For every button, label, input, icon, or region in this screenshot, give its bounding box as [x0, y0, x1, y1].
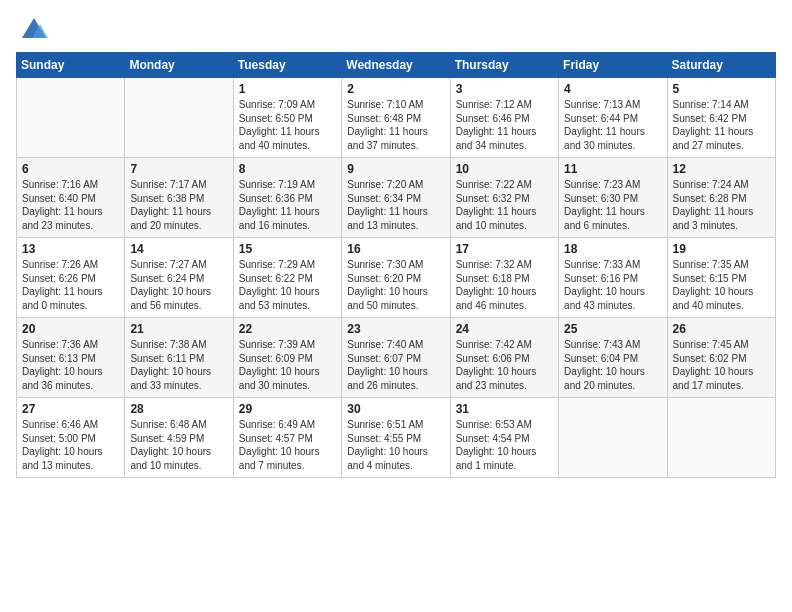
day-info: Sunrise: 7:19 AMSunset: 6:36 PMDaylight:…: [239, 178, 336, 232]
calendar-cell: [559, 398, 667, 478]
day-info: Sunrise: 7:27 AMSunset: 6:24 PMDaylight:…: [130, 258, 227, 312]
day-number: 11: [564, 162, 661, 176]
day-number: 3: [456, 82, 553, 96]
day-info: Sunrise: 7:17 AMSunset: 6:38 PMDaylight:…: [130, 178, 227, 232]
day-number: 31: [456, 402, 553, 416]
weekday-row: SundayMondayTuesdayWednesdayThursdayFrid…: [17, 53, 776, 78]
day-number: 6: [22, 162, 119, 176]
day-number: 9: [347, 162, 444, 176]
day-info: Sunrise: 7:38 AMSunset: 6:11 PMDaylight:…: [130, 338, 227, 392]
calendar-week-row: 20Sunrise: 7:36 AMSunset: 6:13 PMDayligh…: [17, 318, 776, 398]
calendar-cell: 27Sunrise: 6:46 AMSunset: 5:00 PMDayligh…: [17, 398, 125, 478]
calendar-week-row: 27Sunrise: 6:46 AMSunset: 5:00 PMDayligh…: [17, 398, 776, 478]
calendar-cell: 16Sunrise: 7:30 AMSunset: 6:20 PMDayligh…: [342, 238, 450, 318]
day-info: Sunrise: 7:24 AMSunset: 6:28 PMDaylight:…: [673, 178, 770, 232]
calendar-cell: 22Sunrise: 7:39 AMSunset: 6:09 PMDayligh…: [233, 318, 341, 398]
day-info: Sunrise: 6:53 AMSunset: 4:54 PMDaylight:…: [456, 418, 553, 472]
day-number: 30: [347, 402, 444, 416]
day-info: Sunrise: 7:43 AMSunset: 6:04 PMDaylight:…: [564, 338, 661, 392]
page-header: [16, 16, 776, 44]
calendar-cell: 4Sunrise: 7:13 AMSunset: 6:44 PMDaylight…: [559, 78, 667, 158]
calendar-cell: 30Sunrise: 6:51 AMSunset: 4:55 PMDayligh…: [342, 398, 450, 478]
calendar-header: SundayMondayTuesdayWednesdayThursdayFrid…: [17, 53, 776, 78]
day-number: 2: [347, 82, 444, 96]
calendar-body: 1Sunrise: 7:09 AMSunset: 6:50 PMDaylight…: [17, 78, 776, 478]
day-number: 22: [239, 322, 336, 336]
calendar-cell: 31Sunrise: 6:53 AMSunset: 4:54 PMDayligh…: [450, 398, 558, 478]
day-info: Sunrise: 7:23 AMSunset: 6:30 PMDaylight:…: [564, 178, 661, 232]
calendar-cell: [17, 78, 125, 158]
calendar-cell: 26Sunrise: 7:45 AMSunset: 6:02 PMDayligh…: [667, 318, 775, 398]
day-number: 19: [673, 242, 770, 256]
day-info: Sunrise: 6:46 AMSunset: 5:00 PMDaylight:…: [22, 418, 119, 472]
calendar-cell: 25Sunrise: 7:43 AMSunset: 6:04 PMDayligh…: [559, 318, 667, 398]
day-info: Sunrise: 7:10 AMSunset: 6:48 PMDaylight:…: [347, 98, 444, 152]
day-info: Sunrise: 7:45 AMSunset: 6:02 PMDaylight:…: [673, 338, 770, 392]
calendar-cell: 8Sunrise: 7:19 AMSunset: 6:36 PMDaylight…: [233, 158, 341, 238]
day-number: 29: [239, 402, 336, 416]
day-number: 12: [673, 162, 770, 176]
calendar-cell: 17Sunrise: 7:32 AMSunset: 6:18 PMDayligh…: [450, 238, 558, 318]
day-info: Sunrise: 7:39 AMSunset: 6:09 PMDaylight:…: [239, 338, 336, 392]
day-number: 26: [673, 322, 770, 336]
day-info: Sunrise: 7:33 AMSunset: 6:16 PMDaylight:…: [564, 258, 661, 312]
day-info: Sunrise: 6:49 AMSunset: 4:57 PMDaylight:…: [239, 418, 336, 472]
weekday-header-monday: Monday: [125, 53, 233, 78]
day-info: Sunrise: 7:09 AMSunset: 6:50 PMDaylight:…: [239, 98, 336, 152]
calendar-cell: 1Sunrise: 7:09 AMSunset: 6:50 PMDaylight…: [233, 78, 341, 158]
day-number: 5: [673, 82, 770, 96]
day-number: 10: [456, 162, 553, 176]
calendar-cell: 14Sunrise: 7:27 AMSunset: 6:24 PMDayligh…: [125, 238, 233, 318]
weekday-header-saturday: Saturday: [667, 53, 775, 78]
day-info: Sunrise: 7:20 AMSunset: 6:34 PMDaylight:…: [347, 178, 444, 232]
day-info: Sunrise: 6:51 AMSunset: 4:55 PMDaylight:…: [347, 418, 444, 472]
calendar-cell: [667, 398, 775, 478]
weekday-header-wednesday: Wednesday: [342, 53, 450, 78]
calendar-cell: 13Sunrise: 7:26 AMSunset: 6:26 PMDayligh…: [17, 238, 125, 318]
day-number: 1: [239, 82, 336, 96]
day-info: Sunrise: 7:16 AMSunset: 6:40 PMDaylight:…: [22, 178, 119, 232]
calendar-week-row: 1Sunrise: 7:09 AMSunset: 6:50 PMDaylight…: [17, 78, 776, 158]
calendar-cell: 28Sunrise: 6:48 AMSunset: 4:59 PMDayligh…: [125, 398, 233, 478]
day-info: Sunrise: 6:48 AMSunset: 4:59 PMDaylight:…: [130, 418, 227, 472]
calendar-week-row: 6Sunrise: 7:16 AMSunset: 6:40 PMDaylight…: [17, 158, 776, 238]
day-number: 8: [239, 162, 336, 176]
calendar-cell: 29Sunrise: 6:49 AMSunset: 4:57 PMDayligh…: [233, 398, 341, 478]
calendar-cell: 24Sunrise: 7:42 AMSunset: 6:06 PMDayligh…: [450, 318, 558, 398]
day-info: Sunrise: 7:13 AMSunset: 6:44 PMDaylight:…: [564, 98, 661, 152]
day-info: Sunrise: 7:35 AMSunset: 6:15 PMDaylight:…: [673, 258, 770, 312]
day-number: 7: [130, 162, 227, 176]
calendar-cell: 7Sunrise: 7:17 AMSunset: 6:38 PMDaylight…: [125, 158, 233, 238]
day-info: Sunrise: 7:12 AMSunset: 6:46 PMDaylight:…: [456, 98, 553, 152]
calendar-cell: 15Sunrise: 7:29 AMSunset: 6:22 PMDayligh…: [233, 238, 341, 318]
weekday-header-tuesday: Tuesday: [233, 53, 341, 78]
weekday-header-sunday: Sunday: [17, 53, 125, 78]
calendar-cell: 5Sunrise: 7:14 AMSunset: 6:42 PMDaylight…: [667, 78, 775, 158]
day-number: 4: [564, 82, 661, 96]
day-info: Sunrise: 7:26 AMSunset: 6:26 PMDaylight:…: [22, 258, 119, 312]
day-number: 15: [239, 242, 336, 256]
day-number: 20: [22, 322, 119, 336]
day-number: 16: [347, 242, 444, 256]
day-number: 18: [564, 242, 661, 256]
calendar-cell: 6Sunrise: 7:16 AMSunset: 6:40 PMDaylight…: [17, 158, 125, 238]
day-number: 28: [130, 402, 227, 416]
day-number: 21: [130, 322, 227, 336]
calendar-cell: 19Sunrise: 7:35 AMSunset: 6:15 PMDayligh…: [667, 238, 775, 318]
day-info: Sunrise: 7:30 AMSunset: 6:20 PMDaylight:…: [347, 258, 444, 312]
calendar-cell: 10Sunrise: 7:22 AMSunset: 6:32 PMDayligh…: [450, 158, 558, 238]
day-info: Sunrise: 7:42 AMSunset: 6:06 PMDaylight:…: [456, 338, 553, 392]
day-number: 13: [22, 242, 119, 256]
logo-icon: [20, 16, 48, 44]
calendar-cell: 12Sunrise: 7:24 AMSunset: 6:28 PMDayligh…: [667, 158, 775, 238]
calendar-cell: 18Sunrise: 7:33 AMSunset: 6:16 PMDayligh…: [559, 238, 667, 318]
calendar-cell: 9Sunrise: 7:20 AMSunset: 6:34 PMDaylight…: [342, 158, 450, 238]
day-number: 23: [347, 322, 444, 336]
day-info: Sunrise: 7:14 AMSunset: 6:42 PMDaylight:…: [673, 98, 770, 152]
calendar-cell: 11Sunrise: 7:23 AMSunset: 6:30 PMDayligh…: [559, 158, 667, 238]
day-number: 14: [130, 242, 227, 256]
day-info: Sunrise: 7:40 AMSunset: 6:07 PMDaylight:…: [347, 338, 444, 392]
day-info: Sunrise: 7:29 AMSunset: 6:22 PMDaylight:…: [239, 258, 336, 312]
calendar-week-row: 13Sunrise: 7:26 AMSunset: 6:26 PMDayligh…: [17, 238, 776, 318]
calendar-cell: 2Sunrise: 7:10 AMSunset: 6:48 PMDaylight…: [342, 78, 450, 158]
